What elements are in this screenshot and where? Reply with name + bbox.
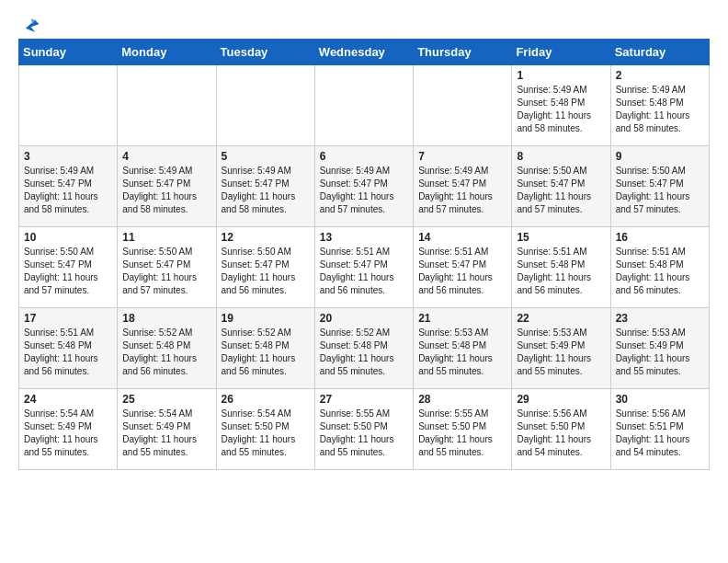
weekday-tuesday: Tuesday [216, 40, 314, 65]
calendar-cell: 29Sunrise: 5:56 AMSunset: 5:50 PMDayligh… [512, 389, 610, 470]
weekday-wednesday: Wednesday [314, 40, 413, 65]
cell-text: Sunrise: 5:50 AM [517, 165, 605, 178]
cell-text: Daylight: 11 hours and 55 minutes. [616, 352, 704, 378]
calendar-table: SundayMondayTuesdayWednesdayThursdayFrid… [18, 39, 710, 470]
cell-text: Sunset: 5:48 PM [517, 97, 605, 109]
week-row-4: 24Sunrise: 5:54 AMSunset: 5:49 PMDayligh… [19, 389, 710, 470]
calendar-cell: 8Sunrise: 5:50 AMSunset: 5:47 PMDaylight… [512, 146, 610, 227]
cell-text: Sunrise: 5:49 AM [122, 165, 210, 178]
cell-text: Daylight: 11 hours and 58 minutes. [24, 190, 112, 216]
calendar-cell: 12Sunrise: 5:50 AMSunset: 5:47 PMDayligh… [216, 227, 314, 308]
cell-text: Sunset: 5:47 PM [222, 259, 310, 271]
calendar-cell: 9Sunrise: 5:50 AMSunset: 5:47 PMDaylight… [610, 146, 709, 227]
cell-text: Daylight: 11 hours and 55 minutes. [24, 433, 112, 459]
day-number: 7 [418, 150, 506, 163]
day-number: 6 [320, 150, 408, 163]
cell-text: Daylight: 11 hours and 57 minutes. [24, 271, 112, 297]
day-number: 10 [24, 231, 112, 244]
day-number: 15 [517, 231, 605, 244]
weekday-header-row: SundayMondayTuesdayWednesdayThursdayFrid… [19, 40, 710, 65]
calendar-cell: 27Sunrise: 5:55 AMSunset: 5:50 PMDayligh… [314, 389, 413, 470]
cell-text: Daylight: 11 hours and 57 minutes. [418, 190, 506, 216]
cell-text: Sunrise: 5:56 AM [517, 408, 605, 420]
cell-text: Sunset: 5:50 PM [418, 420, 506, 433]
calendar-cell: 13Sunrise: 5:51 AMSunset: 5:47 PMDayligh… [314, 227, 413, 308]
calendar-cell: 18Sunrise: 5:52 AMSunset: 5:48 PMDayligh… [118, 308, 216, 389]
calendar-cell: 21Sunrise: 5:53 AMSunset: 5:48 PMDayligh… [414, 308, 512, 389]
weekday-friday: Friday [512, 40, 610, 65]
cell-text: Daylight: 11 hours and 57 minutes. [320, 190, 408, 216]
cell-text: Daylight: 11 hours and 56 minutes. [24, 352, 112, 378]
cell-text: Sunrise: 5:54 AM [122, 408, 210, 420]
cell-text: Daylight: 11 hours and 55 minutes. [320, 352, 408, 378]
cell-text: Sunrise: 5:52 AM [320, 327, 408, 339]
cell-text: Sunrise: 5:50 AM [24, 246, 112, 259]
calendar-cell: 2Sunrise: 5:49 AMSunset: 5:48 PMDaylight… [610, 65, 709, 146]
cell-text: Sunrise: 5:52 AM [222, 327, 310, 339]
calendar-cell: 11Sunrise: 5:50 AMSunset: 5:47 PMDayligh… [118, 227, 216, 308]
cell-text: Sunrise: 5:49 AM [320, 165, 408, 178]
cell-text: Sunset: 5:47 PM [418, 178, 506, 190]
cell-text: Sunset: 5:50 PM [222, 420, 310, 433]
cell-text: Daylight: 11 hours and 55 minutes. [517, 352, 605, 378]
cell-text: Sunrise: 5:50 AM [122, 246, 210, 259]
calendar-cell: 30Sunrise: 5:56 AMSunset: 5:51 PMDayligh… [610, 389, 709, 470]
cell-text: Sunset: 5:49 PM [122, 420, 210, 433]
cell-text: Sunset: 5:47 PM [616, 178, 704, 190]
cell-text: Sunset: 5:49 PM [616, 339, 704, 352]
day-number: 27 [320, 393, 408, 406]
cell-text: Sunrise: 5:49 AM [616, 84, 704, 97]
day-number: 17 [24, 312, 112, 325]
cell-text: Daylight: 11 hours and 55 minutes. [320, 433, 408, 459]
cell-text: Daylight: 11 hours and 57 minutes. [517, 190, 605, 216]
day-number: 1 [517, 69, 605, 82]
cell-text: Daylight: 11 hours and 55 minutes. [418, 433, 506, 459]
calendar-cell: 14Sunrise: 5:51 AMSunset: 5:47 PMDayligh… [414, 227, 512, 308]
cell-text: Sunset: 5:48 PM [122, 339, 210, 352]
calendar-cell: 5Sunrise: 5:49 AMSunset: 5:47 PMDaylight… [216, 146, 314, 227]
cell-text: Sunrise: 5:49 AM [24, 165, 112, 178]
day-number: 5 [222, 150, 310, 163]
cell-text: Daylight: 11 hours and 56 minutes. [517, 271, 605, 297]
week-row-3: 17Sunrise: 5:51 AMSunset: 5:48 PMDayligh… [19, 308, 710, 389]
cell-text: Sunrise: 5:49 AM [418, 165, 506, 178]
calendar-cell: 23Sunrise: 5:53 AMSunset: 5:49 PMDayligh… [610, 308, 709, 389]
cell-text: Sunset: 5:47 PM [222, 178, 310, 190]
cell-text: Sunset: 5:47 PM [320, 178, 408, 190]
cell-text: Sunset: 5:47 PM [122, 178, 210, 190]
cell-text: Sunset: 5:48 PM [616, 259, 704, 271]
day-number: 25 [122, 393, 210, 406]
calendar-cell: 10Sunrise: 5:50 AMSunset: 5:47 PMDayligh… [19, 227, 118, 308]
calendar-cell: 3Sunrise: 5:49 AMSunset: 5:47 PMDaylight… [19, 146, 118, 227]
cell-text: Sunset: 5:47 PM [122, 259, 210, 271]
day-number: 16 [616, 231, 704, 244]
day-number: 26 [222, 393, 310, 406]
cell-text: Sunrise: 5:50 AM [616, 165, 704, 178]
day-number: 12 [222, 231, 310, 244]
cell-text: Sunrise: 5:51 AM [418, 246, 506, 259]
cell-text: Daylight: 11 hours and 56 minutes. [222, 352, 310, 378]
day-number: 8 [517, 150, 605, 163]
cell-text: Daylight: 11 hours and 57 minutes. [122, 271, 210, 297]
cell-text: Sunrise: 5:51 AM [517, 246, 605, 259]
calendar-cell: 25Sunrise: 5:54 AMSunset: 5:49 PMDayligh… [118, 389, 216, 470]
cell-text: Sunrise: 5:54 AM [24, 408, 112, 420]
day-number: 3 [24, 150, 112, 163]
week-row-1: 3Sunrise: 5:49 AMSunset: 5:47 PMDaylight… [19, 146, 710, 227]
day-number: 9 [616, 150, 704, 163]
day-number: 13 [320, 231, 408, 244]
header [18, 15, 710, 31]
cell-text: Sunset: 5:48 PM [616, 97, 704, 109]
cell-text: Sunrise: 5:55 AM [418, 408, 506, 420]
calendar-cell: 4Sunrise: 5:49 AMSunset: 5:47 PMDaylight… [118, 146, 216, 227]
cell-text: Daylight: 11 hours and 56 minutes. [616, 271, 704, 297]
day-number: 18 [122, 312, 210, 325]
cell-text: Daylight: 11 hours and 57 minutes. [616, 190, 704, 216]
cell-text: Sunset: 5:48 PM [24, 339, 112, 352]
cell-text: Sunset: 5:50 PM [517, 420, 605, 433]
cell-text: Daylight: 11 hours and 58 minutes. [616, 109, 704, 135]
calendar-cell: 20Sunrise: 5:52 AMSunset: 5:48 PMDayligh… [314, 308, 413, 389]
weekday-sunday: Sunday [19, 40, 118, 65]
cell-text: Daylight: 11 hours and 56 minutes. [122, 352, 210, 378]
cell-text: Sunrise: 5:53 AM [616, 327, 704, 339]
